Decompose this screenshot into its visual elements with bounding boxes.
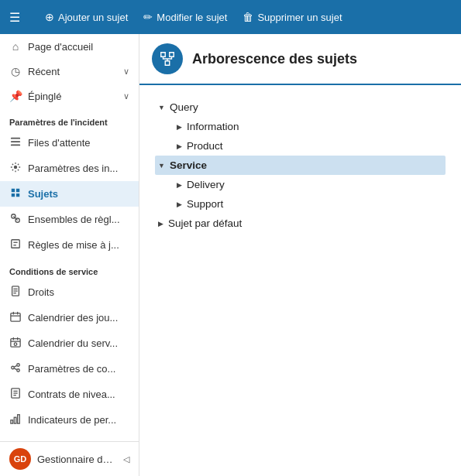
- rules-set-icon: [9, 213, 22, 226]
- sidebar-item-calserv[interactable]: Calendrier du serv...: [0, 330, 139, 356]
- tree-label-sujet-defaut: Sujet par défaut: [168, 217, 242, 229]
- sidebar-item-contrats[interactable]: Contrats de nivea...: [0, 382, 139, 407]
- user-chevron-icon: ◁: [123, 454, 129, 464]
- expand-icon-delivery: ▶: [177, 181, 182, 189]
- update-rules-icon: [9, 238, 22, 252]
- tree-node-query: ▼ Query ▶ Information ▶ Product: [155, 98, 446, 156]
- tree-row-support[interactable]: ▶ Support: [174, 194, 446, 214]
- content-header: Arborescence des sujets: [139, 34, 461, 85]
- tree-children-query: ▶ Information ▶ Product: [174, 117, 446, 156]
- edit-subject-button[interactable]: ✏ Modifier le sujet: [143, 11, 227, 23]
- pin-icon: 📌: [9, 90, 22, 102]
- svg-point-25: [17, 369, 20, 372]
- sidebar-item-label: Sujets: [28, 188, 129, 200]
- user-avatar: GD: [9, 448, 31, 470]
- svg-rect-33: [14, 417, 16, 423]
- tree-label-query: Query: [170, 101, 198, 113]
- delete-subject-label: Supprimer un sujet: [257, 12, 342, 23]
- tree-label-support: Support: [187, 198, 223, 210]
- svg-line-27: [14, 368, 17, 370]
- subjects-icon: [9, 187, 22, 200]
- svg-rect-0: [11, 138, 20, 139]
- sidebar-item-recent[interactable]: ◷ Récent ∨: [0, 59, 139, 84]
- content-area: Arborescence des sujets ▼ Query ▶ Inform…: [139, 34, 461, 476]
- edit-subject-label: Modifier le sujet: [157, 12, 227, 23]
- expand-icon-query: ▼: [158, 104, 165, 111]
- indicators-icon: [9, 413, 22, 426]
- tree-label-product: Product: [187, 140, 223, 152]
- sidebar-item-label: Paramètres de co...: [28, 363, 129, 375]
- sidebar-item-label: Droits: [28, 286, 129, 298]
- tree-row-delivery[interactable]: ▶ Delivery: [174, 175, 446, 194]
- svg-point-3: [14, 166, 17, 169]
- section1-title: Paramètres de l'incident: [0, 108, 139, 130]
- sidebar-item-paramco[interactable]: Paramètres de co...: [0, 356, 139, 382]
- svg-point-23: [12, 366, 15, 369]
- sidebar-item-label: Page d'accueil: [28, 41, 129, 53]
- tree-row-service[interactable]: ▼ Service: [155, 156, 446, 175]
- tree-row-query[interactable]: ▼ Query: [155, 98, 446, 117]
- menu-icon[interactable]: ☰: [9, 10, 20, 25]
- sidebar-item-label: Indicateurs de per...: [28, 414, 129, 426]
- chevron-down-icon: ∨: [123, 91, 129, 101]
- content-header-icon: [152, 43, 183, 74]
- sidebar-item-label: Ensembles de règl...: [28, 214, 129, 225]
- delete-subject-button[interactable]: 🗑 Supprimer un sujet: [243, 11, 342, 23]
- sidebar-item-epingle[interactable]: 📌 Épinglé ∨: [0, 84, 139, 108]
- expand-icon-information: ▶: [177, 123, 182, 131]
- main-layout: ⌂ Page d'accueil ◷ Récent ∨ 📌 Épinglé ∨ …: [0, 34, 461, 476]
- sidebar-user[interactable]: GD Gestionnaire de s... ◁: [0, 441, 139, 476]
- queue-icon: [9, 136, 22, 149]
- top-bar-actions: ⊕ Ajouter un sujet ✏ Modifier le sujet 🗑…: [45, 11, 342, 23]
- tree-row-sujet-defaut[interactable]: ▶ Sujet par défaut: [155, 214, 446, 233]
- sidebar-item-indicateurs[interactable]: Indicateurs de per...: [0, 407, 139, 433]
- tree-label-service: Service: [170, 159, 207, 171]
- add-icon: ⊕: [45, 11, 54, 23]
- svg-rect-2: [11, 145, 20, 146]
- svg-rect-1: [11, 141, 20, 142]
- tree-row-product[interactable]: ▶ Product: [174, 136, 446, 156]
- sidebar-item-regles[interactable]: Règles de mise à j...: [0, 232, 139, 258]
- chevron-down-icon: ∨: [123, 67, 129, 77]
- tree-row-information[interactable]: ▶ Information: [174, 117, 446, 136]
- add-subject-button[interactable]: ⊕ Ajouter un sujet: [45, 11, 128, 23]
- sidebar-item-caljour[interactable]: Calendrier des jou...: [0, 305, 139, 330]
- svg-point-22: [14, 343, 17, 346]
- sidebar-item-ensembles[interactable]: Ensembles de règl...: [0, 207, 139, 232]
- calendar-jour-icon: [9, 311, 22, 324]
- top-bar: ☰ ⊕ Ajouter un sujet ✏ Modifier le sujet…: [0, 0, 461, 34]
- expand-icon-product: ▶: [177, 142, 182, 150]
- svg-line-26: [14, 365, 17, 367]
- sidebar-item-accueil[interactable]: ⌂ Page d'accueil: [0, 34, 139, 59]
- sidebar-item-files[interactable]: Files d'attente: [0, 130, 139, 156]
- delete-icon: 🗑: [243, 11, 253, 23]
- sidebar-item-sujets[interactable]: Sujets: [0, 181, 139, 207]
- expand-icon-service: ▼: [158, 162, 165, 170]
- home-icon: ⌂: [9, 40, 22, 53]
- tree-icon: [159, 50, 176, 67]
- sidebar: ⌂ Page d'accueil ◷ Récent ∨ 📌 Épinglé ∨ …: [0, 34, 139, 476]
- svg-rect-14: [11, 313, 20, 322]
- user-label: Gestionnaire de s...: [37, 454, 117, 465]
- contracts-icon: [9, 388, 22, 401]
- tree-label-information: Information: [187, 121, 239, 132]
- svg-rect-32: [11, 420, 13, 423]
- edit-icon: ✏: [143, 11, 153, 23]
- sidebar-item-droits[interactable]: Droits: [0, 279, 139, 305]
- tree-container: ▼ Query ▶ Information ▶ Product: [139, 85, 461, 476]
- svg-point-24: [17, 364, 20, 367]
- tree-children-service: ▶ Delivery ▶ Support: [174, 175, 446, 214]
- page-title: Arborescence des sujets: [192, 51, 357, 67]
- sidebar-item-label: Règles de mise à j...: [28, 239, 129, 251]
- tree-label-delivery: Delivery: [187, 179, 225, 190]
- sidebar-item-label: Épinglé: [28, 91, 117, 102]
- tree-node-sujet-defaut: ▶ Sujet par défaut: [155, 214, 446, 233]
- expand-icon-support: ▶: [177, 200, 182, 208]
- recent-icon: ◷: [9, 65, 22, 77]
- sidebar-item-label: Contrats de nivea...: [28, 389, 129, 400]
- sidebar-item-label: Récent: [28, 66, 117, 77]
- sidebar-item-params[interactable]: Paramètres des in...: [0, 156, 139, 181]
- svg-rect-7: [12, 240, 20, 248]
- tree-node-service: ▼ Service ▶ Delivery ▶ Support: [155, 156, 446, 214]
- settings-icon: [9, 162, 22, 175]
